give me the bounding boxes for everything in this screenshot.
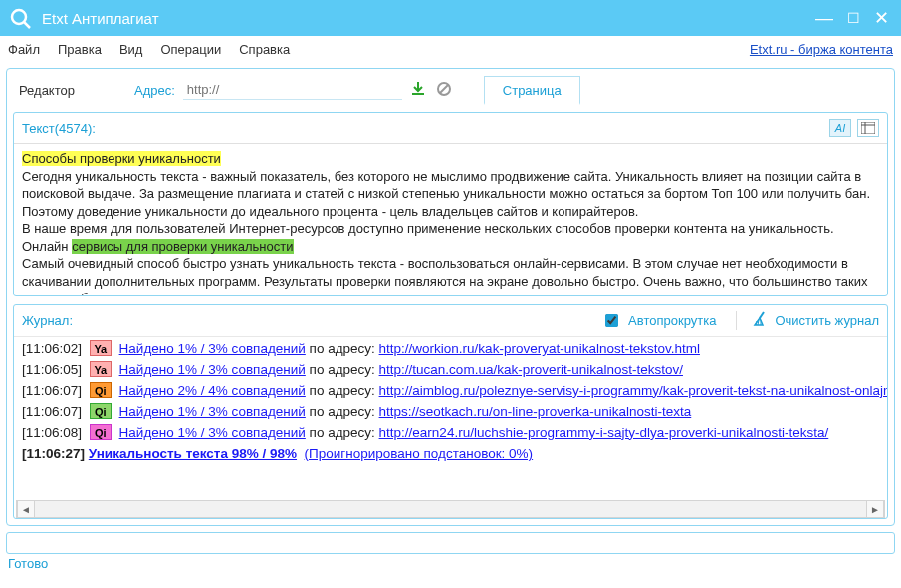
search-engine-badge: Qi xyxy=(90,403,112,419)
scroll-right-button[interactable]: ► xyxy=(866,501,884,517)
status-text: Готово xyxy=(8,556,48,571)
log-line: [11:06:07] Qi Найдено 1% / 3% совпадений… xyxy=(22,402,879,423)
main-panel: Редактор Адрес: Страница Текст(4574): AI… xyxy=(6,68,895,526)
text-paragraph: Самый очевидный способ быстро узнать уни… xyxy=(22,256,868,295)
match-link[interactable]: Найдено 1% / 3% совпадений xyxy=(119,425,306,440)
log-mid: по адресу: xyxy=(306,404,379,419)
go-download-icon[interactable] xyxy=(410,81,428,98)
tab-page[interactable]: Страница xyxy=(484,76,580,105)
summary-extra: (Проигнорировано подстановок: 0%) xyxy=(305,446,534,461)
url-link[interactable]: http://workion.ru/kak-proveryat-unikalno… xyxy=(379,341,700,356)
match-link[interactable]: Найдено 2% / 4% совпадений xyxy=(119,383,306,398)
app-logo-icon xyxy=(8,6,32,30)
search-engine-badge: Qi xyxy=(90,382,112,398)
autoscroll-toggle[interactable]: Автопрокрутка xyxy=(605,313,716,328)
svg-rect-5 xyxy=(861,122,875,134)
log-ts: [11:06:27] xyxy=(22,446,85,461)
menu-edit[interactable]: Правка xyxy=(58,42,102,57)
svg-line-4 xyxy=(440,85,448,93)
log-line: [11:06:02] Ya Найдено 1% / 3% совпадений… xyxy=(22,339,879,360)
text-panel-title: Текст(4574): xyxy=(22,121,829,136)
autoscroll-label: Автопрокрутка xyxy=(628,313,716,328)
log-mid: по адресу: xyxy=(306,341,379,356)
svg-line-1 xyxy=(24,22,30,28)
log-line: [11:06:08] Qi Найдено 1% / 3% совпадений… xyxy=(22,423,879,444)
log-line: [11:06:05] Ya Найдено 1% / 3% совпадений… xyxy=(22,360,879,381)
autoscroll-checkbox[interactable] xyxy=(605,314,618,327)
log-mid: по адресу: xyxy=(306,383,379,398)
log-ts: [11:06:08] xyxy=(22,425,82,440)
text-paragraph: В наше время для пользователей Интернет-… xyxy=(22,221,834,236)
match-link[interactable]: Найдено 1% / 3% совпадений xyxy=(119,341,306,356)
menu-view[interactable]: Вид xyxy=(119,42,143,57)
log-line: [11:06:07] Qi Найдено 2% / 4% совпадений… xyxy=(22,381,879,402)
log-summary: [11:06:27] Уникальность текста 98% / 98%… xyxy=(22,444,879,465)
text-content[interactable]: Способы проверки уникальности Сегодня ун… xyxy=(14,144,887,295)
log-mid: по адресу: xyxy=(306,425,379,440)
log-ts: [11:06:07] xyxy=(22,383,82,398)
menu-operations[interactable]: Операции xyxy=(160,42,221,57)
title-bar: Etxt Антиплагиат ― ☐ ✕ xyxy=(0,0,901,36)
scroll-left-button[interactable]: ◄ xyxy=(17,501,35,517)
log-panel: Журнал: Автопрокрутка Очистить журнал [1… xyxy=(13,304,888,519)
highlight-phrase: сервисы для проверки уникальности xyxy=(72,239,293,254)
address-label: Адрес: xyxy=(134,83,175,98)
text-panel: Текст(4574): AI Способы проверки уникаль… xyxy=(13,112,888,296)
url-link[interactable]: http://aimblog.ru/poleznye-servisy-i-pro… xyxy=(379,383,887,398)
layout-mode-icon[interactable] xyxy=(857,119,879,137)
clear-log-button[interactable]: Очистить журнал xyxy=(736,311,879,330)
url-link[interactable]: https://seotkach.ru/on-line-proverka-uni… xyxy=(379,404,692,419)
clear-log-label: Очистить журнал xyxy=(775,313,879,328)
log-ts: [11:06:07] xyxy=(22,404,82,419)
text-paragraph: Сегодня уникальность текста - важный пок… xyxy=(22,169,870,219)
minimize-button[interactable]: ― xyxy=(815,9,833,27)
window-title: Etxt Антиплагиат xyxy=(42,10,815,27)
url-link[interactable]: http://earn24.ru/luchshie-programmy-i-sa… xyxy=(379,425,829,440)
log-title: Журнал: xyxy=(22,313,585,328)
menu-bar: Файл Правка Вид Операции Справка Etxt.ru… xyxy=(0,36,901,62)
close-button[interactable]: ✕ xyxy=(874,9,889,27)
log-mid: по адресу: xyxy=(306,362,379,377)
search-engine-badge: Ya xyxy=(90,340,112,356)
search-engine-badge: Ya xyxy=(90,361,112,377)
svg-line-8 xyxy=(760,312,764,318)
menu-help[interactable]: Справка xyxy=(239,42,290,57)
address-input[interactable] xyxy=(183,79,402,100)
svg-point-0 xyxy=(12,10,26,24)
log-ts: [11:06:02] xyxy=(22,341,82,356)
text-inline: Онлайн xyxy=(22,239,72,254)
etxt-link[interactable]: Etxt.ru - биржа контента xyxy=(750,42,893,57)
editor-label: Редактор xyxy=(13,83,75,98)
summary-main: Уникальность текста 98% / 98% xyxy=(89,446,297,461)
match-link[interactable]: Найдено 1% / 3% совпадений xyxy=(119,362,306,377)
menu-file[interactable]: Файл xyxy=(8,42,40,57)
search-engine-badge: Qi xyxy=(90,424,112,440)
toolbar: Редактор Адрес: Страница xyxy=(13,75,888,104)
status-bar: Готово xyxy=(0,554,901,576)
text-mode-icon[interactable]: AI xyxy=(829,119,851,137)
log-ts: [11:06:05] xyxy=(22,362,82,377)
bottom-strip xyxy=(6,532,895,554)
url-link[interactable]: http://tucan.com.ua/kak-proverit-unikaln… xyxy=(379,362,683,377)
horizontal-scrollbar[interactable]: ◄ ► xyxy=(16,500,885,518)
highlight-title: Способы проверки уникальности xyxy=(22,151,221,166)
cancel-icon[interactable] xyxy=(436,81,454,98)
match-link[interactable]: Найдено 1% / 3% совпадений xyxy=(119,404,306,419)
maximize-button[interactable]: ☐ xyxy=(847,11,860,25)
log-body[interactable]: [11:06:02] Ya Найдено 1% / 3% совпадений… xyxy=(14,337,887,494)
broom-icon xyxy=(753,311,769,330)
